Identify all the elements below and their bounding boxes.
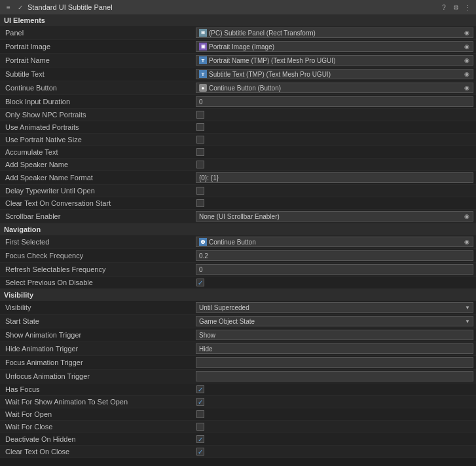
help-icon[interactable]: ? xyxy=(439,3,449,12)
value-show-animation-trigger[interactable] xyxy=(193,329,476,341)
value-portrait-image[interactable]: ▣ Portrait Image (Image) ◉ xyxy=(193,41,476,52)
checkbox-box-select-prev[interactable]: ✓ xyxy=(196,279,204,286)
field-scrollbar-enabler[interactable]: None (UI Scrollbar Enabler) ◉ xyxy=(196,211,473,222)
checkbox-select-previous-on-disable[interactable]: ✓ xyxy=(196,278,205,287)
input-show-animation-trigger[interactable] xyxy=(196,330,473,340)
first-selected-icon: ⊕ xyxy=(199,238,207,246)
menu-icon[interactable]: ≡ xyxy=(4,3,13,12)
dropdown-visibility[interactable]: Until Superceded ▼ xyxy=(196,302,473,313)
label-accumulate-text: Accumulate Text xyxy=(0,148,193,156)
value-clear-text-conversation-start[interactable] xyxy=(193,198,476,208)
value-focus-animation-trigger[interactable] xyxy=(193,357,476,368)
checkbox-box-clear-text-close[interactable]: ✓ xyxy=(196,448,204,456)
checkbox-wait-for-close[interactable] xyxy=(196,422,205,431)
value-delay-typewriter[interactable] xyxy=(193,185,476,196)
value-unfocus-animation-trigger[interactable] xyxy=(193,370,476,382)
checkbox-deactivate-on-hidden[interactable]: ✓ xyxy=(196,435,205,444)
checkbox-box-wait-close[interactable] xyxy=(196,423,204,431)
checkbox-box-animated-portraits[interactable] xyxy=(196,123,204,131)
checkbox-only-npc-portraits[interactable] xyxy=(196,110,205,119)
value-use-portrait-native-size[interactable] xyxy=(193,134,476,145)
checkbox-clear-text-conversation-start[interactable] xyxy=(196,199,205,208)
scrollbar-enabler-select-btn[interactable]: ◉ xyxy=(462,212,471,221)
value-panel[interactable]: ⊞ (PC) Subtitle Panel (Rect Transform) ◉ xyxy=(193,27,476,39)
value-deactivate-on-hidden[interactable]: ✓ xyxy=(193,434,476,444)
input-speaker-name-format[interactable] xyxy=(196,172,473,183)
field-first-selected[interactable]: ⊕ Continue Button ◉ xyxy=(196,237,473,247)
panel-select-btn[interactable]: ◉ xyxy=(462,28,471,37)
checkbox-wait-for-open[interactable] xyxy=(196,410,205,419)
checkbox-box-wait-open[interactable] xyxy=(196,410,204,418)
value-continue-button[interactable]: ● Continue Button (Button) ◉ xyxy=(193,82,476,94)
checkbox-box-wait-show-anim[interactable]: ✓ xyxy=(196,398,204,406)
value-wait-for-close[interactable] xyxy=(193,421,476,432)
input-unfocus-animation-trigger[interactable] xyxy=(196,371,473,381)
checkbox-box-add-speaker[interactable] xyxy=(196,161,204,168)
portrait-image-select-btn[interactable]: ◉ xyxy=(462,42,471,51)
input-refresh-selectables-frequency[interactable] xyxy=(196,264,473,275)
checkbox-box-has-focus[interactable]: ✓ xyxy=(196,385,204,393)
checkbox-delay-typewriter[interactable] xyxy=(196,186,205,195)
checkbox-box-portrait-native[interactable] xyxy=(196,136,204,144)
value-add-speaker-name[interactable] xyxy=(193,159,476,170)
portrait-name-select-btn[interactable]: ◉ xyxy=(462,56,471,65)
input-block-input-duration[interactable] xyxy=(196,96,473,107)
value-wait-for-show-animation[interactable]: ✓ xyxy=(193,397,476,407)
first-selected-select-btn[interactable]: ◉ xyxy=(462,237,471,246)
checkbox-box-clear-text-convo[interactable] xyxy=(196,199,204,207)
field-panel[interactable]: ⊞ (PC) Subtitle Panel (Rect Transform) ◉ xyxy=(196,28,473,38)
checkbox-use-portrait-native-size[interactable] xyxy=(196,135,205,144)
checkbox-box-only-npc[interactable] xyxy=(196,111,204,119)
value-use-animated-portraits[interactable] xyxy=(193,122,476,132)
checkbox-clear-text-on-close[interactable]: ✓ xyxy=(196,447,205,456)
field-subtitle-text[interactable]: T Subtitle Text (TMP) (Text Mesh Pro UGU… xyxy=(196,69,473,79)
value-subtitle-text[interactable]: T Subtitle Text (TMP) (Text Mesh Pro UGU… xyxy=(193,68,476,80)
check-icon[interactable]: ✓ xyxy=(16,3,25,12)
checkbox-box-accumulate-text[interactable] xyxy=(196,148,204,156)
value-hide-animation-trigger[interactable] xyxy=(193,343,476,355)
value-portrait-name[interactable]: T Portrait Name (TMP) (Text Mesh Pro UGU… xyxy=(193,54,476,66)
label-portrait-name: Portrait Name xyxy=(0,56,193,64)
label-focus-animation-trigger: Focus Animation Trigger xyxy=(0,359,193,366)
more-icon[interactable]: ⋮ xyxy=(463,3,472,12)
value-start-state[interactable]: Game Object State ▼ xyxy=(193,315,476,327)
input-hide-animation-trigger[interactable] xyxy=(196,343,473,354)
row-add-speaker-name: Add Speaker Name xyxy=(0,159,476,171)
value-visibility[interactable]: Until Superceded ▼ xyxy=(193,301,476,313)
input-focus-animation-trigger[interactable] xyxy=(196,357,473,368)
dropdown-start-state[interactable]: Game Object State ▼ xyxy=(196,316,473,326)
field-continue-button[interactable]: ● Continue Button (Button) ◉ xyxy=(196,83,473,93)
input-focus-check-frequency[interactable] xyxy=(196,250,473,261)
label-clear-text-conversation-start: Clear Text On Conversation Start xyxy=(0,199,193,207)
label-panel: Panel xyxy=(0,29,193,37)
value-select-previous-on-disable[interactable]: ✓ xyxy=(193,277,476,288)
checkbox-accumulate-text[interactable] xyxy=(196,147,205,157)
checkbox-has-focus[interactable]: ✓ xyxy=(196,385,205,394)
value-scrollbar-enabler[interactable]: None (UI Scrollbar Enabler) ◉ xyxy=(193,210,476,222)
checkbox-add-speaker-name[interactable] xyxy=(196,160,205,169)
checkbox-box-deactivate-hidden[interactable]: ✓ xyxy=(196,435,204,443)
field-portrait-name[interactable]: T Portrait Name (TMP) (Text Mesh Pro UGU… xyxy=(196,55,473,66)
value-focus-check-frequency[interactable] xyxy=(193,250,476,262)
dropdown-start-state-arrow: ▼ xyxy=(465,319,470,324)
value-first-selected[interactable]: ⊕ Continue Button ◉ xyxy=(193,236,476,248)
value-refresh-selectables-frequency[interactable] xyxy=(193,263,476,275)
checkbox-wait-for-show-animation[interactable]: ✓ xyxy=(196,397,205,406)
settings-icon[interactable]: ⚙ xyxy=(451,3,460,12)
label-subtitle-text: Subtitle Text xyxy=(0,70,193,78)
value-has-focus[interactable]: ✓ xyxy=(193,384,476,395)
subtitle-text-select-btn[interactable]: ◉ xyxy=(462,69,471,79)
row-portrait-image: Portrait Image ▣ Portrait Image (Image) … xyxy=(0,40,476,54)
value-clear-text-on-close[interactable]: ✓ xyxy=(193,446,476,457)
label-continue-button: Continue Button xyxy=(0,84,193,92)
checkbox-box-delay-typewriter[interactable] xyxy=(196,187,204,195)
field-portrait-image[interactable]: ▣ Portrait Image (Image) ◉ xyxy=(196,41,473,52)
continue-button-select-btn[interactable]: ◉ xyxy=(462,83,471,92)
value-accumulate-text[interactable] xyxy=(193,147,476,157)
value-add-speaker-name-format[interactable] xyxy=(193,172,476,184)
value-wait-for-open[interactable] xyxy=(193,409,476,419)
value-only-npc-portraits[interactable] xyxy=(193,109,476,120)
checkbox-use-animated-portraits[interactable] xyxy=(196,123,205,132)
value-block-input-duration[interactable] xyxy=(193,96,476,107)
row-only-npc-portraits: Only Show NPC Portraits xyxy=(0,109,476,121)
